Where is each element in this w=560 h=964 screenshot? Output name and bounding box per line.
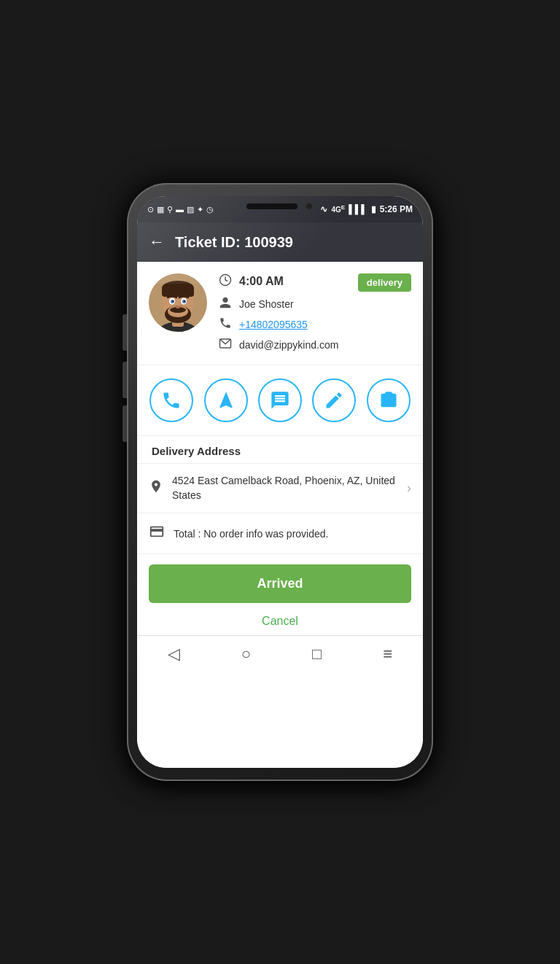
- calendar-icon: ▦: [157, 205, 164, 214]
- image-icon: ▨: [187, 205, 194, 214]
- status-icons-left: ⊙ ▦ ⚲ ▬ ▨ ✦ ◷: [147, 205, 214, 214]
- nav-menu-button[interactable]: ≡: [383, 645, 392, 664]
- nav-back-button[interactable]: ◁: [168, 645, 180, 664]
- contact-info: 4:00 AM delivery Joe Shoster: [219, 273, 411, 353]
- contact-name-row: Joe Shoster: [219, 296, 411, 312]
- contact-time-row: 4:00 AM: [219, 273, 284, 289]
- header-bar: ← Ticket ID: 100939: [137, 222, 423, 262]
- contact-email: david@zippykind.com: [239, 339, 338, 351]
- cancel-button[interactable]: Cancel: [137, 607, 423, 635]
- delivery-badge: delivery: [358, 273, 411, 292]
- total-row: Total : No order info was provided.: [137, 513, 423, 554]
- chat-button[interactable]: [258, 378, 302, 422]
- contact-name: Joe Shoster: [239, 298, 294, 310]
- contact-phone-number[interactable]: +14802095635: [239, 319, 308, 330]
- address-row[interactable]: 4524 East Camelback Road, Phoenix, AZ, U…: [137, 464, 423, 513]
- contact-phone-row: +14802095635: [219, 316, 411, 333]
- main-content: 4:00 AM delivery Joe Shoster: [137, 262, 423, 768]
- phone-top-bar: [246, 202, 314, 211]
- map-pin-icon: [149, 479, 163, 497]
- time-icon: [219, 273, 232, 289]
- svg-rect-5: [162, 287, 194, 297]
- nav-recents-button[interactable]: □: [312, 645, 322, 664]
- wifi-icon: ∿: [320, 204, 327, 214]
- email-icon: [219, 337, 232, 353]
- camera-button[interactable]: [367, 378, 411, 422]
- ticket-time: 4:00 AM: [239, 275, 284, 288]
- speaker-grille: [246, 203, 298, 209]
- avatar: [149, 273, 207, 332]
- total-text: Total : No order info was provided.: [174, 528, 328, 540]
- delivery-address-text: 4524 East Camelback Road, Phoenix, AZ, U…: [172, 474, 407, 502]
- phone-device: ⊙ ▦ ⚲ ▬ ▨ ✦ ◷ ∿ 4GE ▌▌▌ ▮ 5:26 PM ← Tick…: [127, 183, 433, 781]
- phone-screen: ⊙ ▦ ⚲ ▬ ▨ ✦ ◷ ∿ 4GE ▌▌▌ ▮ 5:26 PM ← Tick…: [137, 196, 423, 768]
- twitter-icon: ✦: [197, 205, 203, 214]
- contact-email-row: david@zippykind.com: [219, 337, 411, 353]
- svg-point-13: [172, 300, 174, 302]
- call-button[interactable]: [149, 378, 193, 422]
- skype-icon: ⊙: [147, 205, 154, 214]
- navigate-button[interactable]: [204, 378, 248, 422]
- svg-point-14: [184, 300, 185, 302]
- action-buttons-row: [137, 365, 423, 436]
- battery-icon: ▮: [371, 204, 376, 214]
- delivery-address-label: Delivery Address: [137, 436, 423, 464]
- time-display: 5:26 PM: [380, 204, 413, 214]
- svg-point-15: [176, 306, 180, 308]
- lte-icon: 4GE: [331, 204, 345, 214]
- clock-status-icon: ◷: [206, 205, 214, 214]
- page-title: Ticket ID: 100939: [175, 234, 293, 251]
- status-icons-right: ∿ 4GE ▌▌▌ ▮ 5:26 PM: [320, 204, 413, 214]
- chevron-right-icon: ›: [407, 481, 411, 496]
- signal-icon: ▌▌▌: [349, 204, 368, 214]
- person-icon: [219, 296, 232, 312]
- edit-button[interactable]: [312, 378, 356, 422]
- back-button[interactable]: ←: [149, 233, 165, 252]
- credit-card-icon: [149, 524, 165, 543]
- bottom-navigation: ◁ ○ □ ≡: [137, 635, 423, 672]
- arrived-button[interactable]: Arrived: [149, 564, 411, 603]
- location-icon: ⚲: [167, 205, 173, 214]
- phone-icon: [219, 316, 232, 333]
- message-icon: ▬: [176, 205, 184, 214]
- nav-home-button[interactable]: ○: [241, 645, 251, 664]
- contact-card: 4:00 AM delivery Joe Shoster: [137, 262, 423, 365]
- front-camera: [305, 202, 314, 211]
